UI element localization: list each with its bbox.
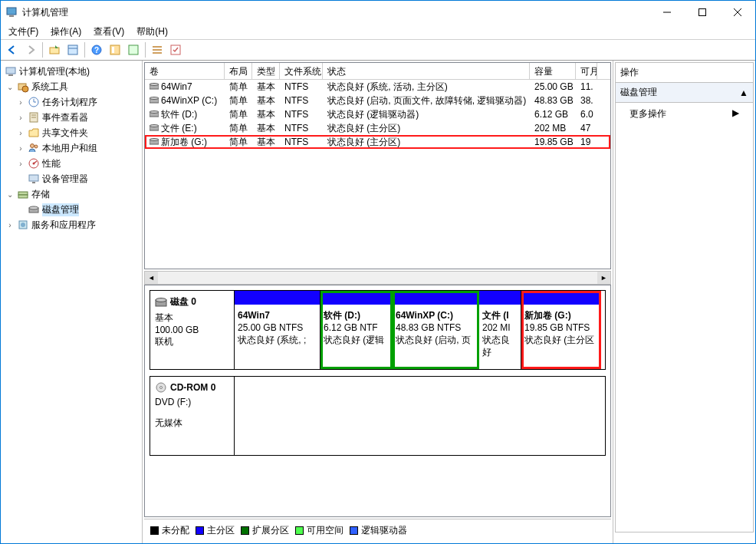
tree-diskmgmt[interactable]: 磁盘管理 bbox=[2, 202, 140, 217]
table-row[interactable]: 文件 (E:)简单基本NTFS状态良好 (主分区)202 MB47 bbox=[145, 121, 610, 135]
svg-point-44 bbox=[150, 97, 159, 100]
expand-icon[interactable]: › bbox=[16, 114, 25, 122]
col-capacity[interactable]: 容量 bbox=[530, 63, 576, 79]
disk-0-row[interactable]: 磁盘 0 基本 100.00 GB 联机 64Win725.00 GB NTFS… bbox=[150, 290, 606, 370]
tree-scheduler[interactable]: ›任务计划程序 bbox=[2, 94, 140, 110]
toolbar-refresh-button[interactable] bbox=[125, 41, 142, 58]
table-row[interactable]: 软件 (D:)简单基本NTFS状态良好 (逻辑驱动器)6.12 GB6.0 bbox=[145, 107, 610, 121]
svg-text:?: ? bbox=[94, 46, 99, 54]
scroll-right-icon[interactable]: ► bbox=[597, 272, 610, 284]
toolbar: ? bbox=[1, 39, 755, 61]
maximize-button[interactable] bbox=[685, 1, 720, 24]
legend: 未分配 主分区 扩展分区 可用空间 逻辑驱动器 bbox=[144, 519, 611, 542]
svg-rect-14 bbox=[153, 46, 162, 48]
col-volume[interactable]: 卷 bbox=[145, 63, 225, 79]
toolbar-help-button[interactable]: ? bbox=[88, 41, 105, 58]
col-status[interactable]: 状态 bbox=[323, 63, 530, 79]
svg-rect-18 bbox=[6, 68, 15, 74]
titlebar: 计算机管理 bbox=[1, 1, 755, 24]
cdrom-row[interactable]: CD-ROM 0 DVD (F:) 无媒体 bbox=[150, 376, 606, 456]
svg-point-46 bbox=[150, 110, 159, 113]
table-row[interactable]: 64Win7简单基本NTFS状态良好 (系统, 活动, 主分区)25.00 GB… bbox=[145, 80, 610, 94]
expand-icon[interactable]: › bbox=[16, 129, 25, 137]
expand-icon[interactable]: › bbox=[5, 221, 15, 229]
partition-64win7[interactable]: 64Win725.00 GB NTFS状态良好 (系统, ; bbox=[235, 291, 320, 369]
actions-pane: 操作 磁盘管理 ▲ 更多操作 ▶ bbox=[613, 61, 755, 543]
scroll-left-icon[interactable]: ◄ bbox=[145, 272, 158, 284]
menu-action[interactable]: 操作(A) bbox=[48, 24, 84, 40]
partition-g[interactable]: 新加卷 (G:)19.85 GB NTFS状态良好 (主分区 bbox=[521, 291, 601, 369]
svg-rect-33 bbox=[29, 175, 38, 181]
expand-icon[interactable]: › bbox=[16, 98, 25, 107]
col-fs[interactable]: 文件系统 bbox=[280, 63, 323, 79]
horizontal-scrollbar[interactable]: ◄ ► bbox=[144, 271, 611, 285]
svg-point-54 bbox=[160, 387, 163, 389]
toolbar-list-button[interactable] bbox=[149, 41, 166, 58]
svg-rect-12 bbox=[112, 47, 114, 53]
tree-storage[interactable]: ⌄存储 bbox=[2, 186, 140, 202]
partition-d[interactable]: 软件 (D:)6.12 GB NTF状态良好 (逻辑 bbox=[320, 291, 393, 369]
svg-rect-13 bbox=[129, 45, 138, 54]
svg-rect-7 bbox=[68, 45, 77, 54]
svg-rect-35 bbox=[18, 192, 28, 195]
collapse-icon[interactable]: ⌄ bbox=[5, 190, 15, 199]
collapse-icon[interactable]: ⌄ bbox=[5, 83, 15, 91]
svg-rect-34 bbox=[32, 182, 35, 183]
tree-root[interactable]: 计算机管理(本地) bbox=[2, 64, 140, 79]
svg-point-50 bbox=[150, 138, 159, 140]
menu-file[interactable]: 文件(F) bbox=[5, 24, 41, 40]
nav-forward-button[interactable] bbox=[22, 41, 39, 58]
svg-rect-0 bbox=[7, 8, 16, 15]
navigation-tree[interactable]: 计算机管理(本地) ⌄系统工具 ›任务计划程序 ›事件查看器 ›共享文件夹 ›本… bbox=[1, 61, 143, 543]
menu-view[interactable]: 查看(V) bbox=[90, 24, 127, 40]
toolbar-properties-button[interactable] bbox=[64, 41, 81, 58]
svg-point-29 bbox=[35, 145, 38, 148]
chevron-right-icon: ▶ bbox=[732, 107, 739, 118]
partition-c[interactable]: 64WinXP (C:)48.83 GB NTFS状态良好 (启动, 页 bbox=[393, 291, 479, 369]
svg-rect-36 bbox=[18, 195, 28, 198]
minimize-button[interactable] bbox=[649, 1, 685, 24]
disk-graphical-view[interactable]: 磁盘 0 基本 100.00 GB 联机 64Win725.00 GB NTFS… bbox=[144, 285, 611, 517]
svg-rect-3 bbox=[699, 9, 706, 16]
svg-rect-1 bbox=[9, 15, 14, 17]
tree-shared[interactable]: ›共享文件夹 bbox=[2, 125, 140, 140]
col-free[interactable]: 可月 bbox=[576, 63, 597, 79]
tree-users[interactable]: ›本地用户和组 bbox=[2, 140, 140, 156]
svg-point-21 bbox=[22, 86, 28, 92]
svg-point-42 bbox=[150, 84, 159, 86]
tree-services[interactable]: ›服务和应用程序 bbox=[2, 217, 140, 232]
volume-list[interactable]: 卷 布局 类型 文件系统 状态 容量 可月 64Win7简单基本NTFS状态良好… bbox=[144, 62, 611, 269]
table-row[interactable]: 64WinXP (C:)简单基本NTFS状态良好 (启动, 页面文件, 故障转储… bbox=[145, 94, 610, 107]
toolbar-show-button[interactable] bbox=[107, 41, 123, 58]
partition-e[interactable]: 文件 (I202 MI状态良好 bbox=[479, 291, 521, 369]
menu-help[interactable]: 帮助(H) bbox=[133, 24, 171, 40]
toolbar-detail-button[interactable] bbox=[167, 41, 184, 58]
svg-rect-15 bbox=[153, 49, 162, 51]
tree-eventviewer[interactable]: ›事件查看器 bbox=[2, 110, 140, 125]
svg-point-32 bbox=[33, 163, 35, 165]
window-title: 计算机管理 bbox=[22, 6, 649, 19]
menubar: 文件(F) 操作(A) 查看(V) 帮助(H) bbox=[1, 24, 755, 39]
svg-point-40 bbox=[21, 223, 25, 227]
svg-point-38 bbox=[29, 206, 38, 209]
svg-point-52 bbox=[156, 298, 166, 302]
nav-back-button[interactable] bbox=[4, 41, 21, 58]
app-icon bbox=[5, 6, 18, 18]
tree-devmgr[interactable]: 设备管理器 bbox=[2, 171, 140, 186]
expand-icon[interactable]: › bbox=[16, 160, 25, 168]
expand-icon[interactable]: › bbox=[16, 144, 25, 153]
tree-systools[interactable]: ⌄系统工具 bbox=[2, 79, 140, 94]
col-type[interactable]: 类型 bbox=[252, 63, 280, 79]
actions-more[interactable]: 更多操作 ▶ bbox=[615, 103, 754, 532]
actions-header: 操作 bbox=[615, 62, 754, 83]
toolbar-up-button[interactable] bbox=[46, 41, 63, 58]
table-row[interactable]: 新加卷 (G:)简单基本NTFS状态良好 (主分区)19.85 GB19 bbox=[145, 135, 610, 149]
col-layout[interactable]: 布局 bbox=[225, 63, 252, 79]
table-header: 卷 布局 类型 文件系统 状态 容量 可月 bbox=[145, 63, 610, 80]
actions-diskmgmt-group[interactable]: 磁盘管理 ▲ bbox=[615, 83, 754, 103]
disk-0-info: 磁盘 0 基本 100.00 GB 联机 bbox=[150, 291, 235, 369]
svg-point-48 bbox=[150, 124, 159, 127]
tree-perf[interactable]: ›性能 bbox=[2, 156, 140, 171]
collapse-up-icon[interactable]: ▲ bbox=[739, 87, 748, 98]
close-button[interactable] bbox=[720, 1, 755, 24]
